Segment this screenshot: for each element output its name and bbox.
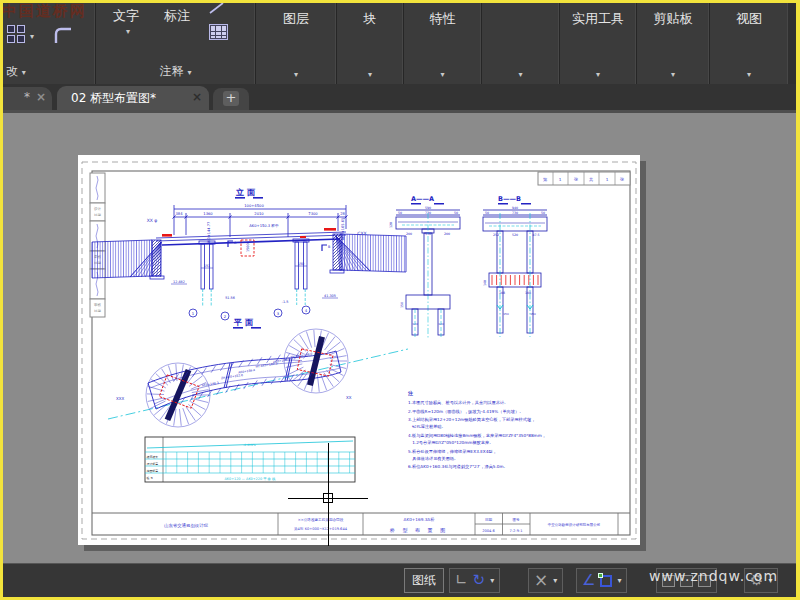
ortho-polar-group: ∟ ↻ ▾ <box>449 568 500 593</box>
ribbon-panel-layers[interactable]: 图层 ▾ <box>256 0 337 84</box>
group-panel-arrow[interactable]: ▾ <box>482 70 559 79</box>
osnap-toggle-dropdown-icon[interactable]: ▾ <box>553 576 557 585</box>
svg-text:桩 号: 桩 号 <box>146 476 154 480</box>
svg-text:7-2-9-1: 7-2-9-1 <box>509 529 522 533</box>
site-watermark-bottom: www.zndqw.com <box>649 568 778 584</box>
svg-text:AK0+148.3: AK0+148.3 <box>202 381 220 388</box>
fillet-icon[interactable] <box>52 24 74 46</box>
tab-previous-drawing[interactable]: * × <box>0 87 52 110</box>
svg-text:590: 590 <box>425 206 431 210</box>
svg-text:100+4500: 100+4500 <box>244 204 264 208</box>
plot-margin <box>82 162 636 539</box>
ribbon-panel-block[interactable]: 块 ▾ <box>337 0 404 84</box>
clipboard-panel-arrow[interactable]: ▾ <box>637 70 709 79</box>
svg-text:6.桥位AK0+160.3处与河道斜交7°27′，净高5.0: 6.桥位AK0+160.3处与河道斜交7°27′，净高5.0m。 <box>408 464 508 470</box>
dimension-button[interactable]: 标注 <box>164 7 190 25</box>
sheet-number-strip: 第1 张共 1张 <box>538 172 630 185</box>
svg-text:第4标 K0+000~K12+019.644: 第4标 K0+000~K12+019.644 <box>294 527 348 531</box>
object-snap-icon[interactable] <box>600 575 612 587</box>
ribbon-panel-view[interactable]: 视图 ▾ <box>710 0 788 84</box>
svg-text:第: 第 <box>543 177 547 182</box>
svg-text:立 面: 立 面 <box>235 188 256 197</box>
svg-text:坡度坡长: 坡度坡长 <box>146 455 159 459</box>
frame-border-top <box>0 0 800 3</box>
plus-icon[interactable]: + <box>223 91 239 106</box>
svg-text:B——B: B——B <box>498 195 521 203</box>
svg-text:1.2号台采用GYZ°050*120mm橡胶支座。: 1.2号台采用GYZ°050*120mm橡胶支座。 <box>408 440 493 445</box>
paper-sheet: 设计日期 复核日期 审核日期 第1 张共 1张 <box>78 155 640 545</box>
svg-text:XXX: XXX <box>116 396 124 401</box>
svg-text:12.482: 12.482 <box>173 280 185 284</box>
ribbon-panel-utilities[interactable]: 实用工具 ▾ <box>560 0 637 84</box>
svg-text:50: 50 <box>398 211 402 215</box>
snap-marker-dot <box>598 573 603 578</box>
svg-text:41.305: 41.305 <box>324 294 336 298</box>
svg-text:384: 384 <box>175 212 183 216</box>
ortho-icon[interactable]: ∟ <box>455 573 468 588</box>
modify-panel-label[interactable]: 改 ▾ <box>6 63 26 80</box>
ribbon-panel-group[interactable]: ▾ <box>482 0 560 84</box>
svg-text:51.56: 51.56 <box>225 296 235 300</box>
polar-tracking-icon[interactable]: ↻ <box>473 573 486 588</box>
svg-text:4.板与盖梁间用D80锚栓连接8mm钢板，支座采用GYZF4: 4.板与盖梁间用D80锚栓连接8mm钢板，支座采用GYZF4°350*88mm， <box>408 433 546 439</box>
svg-text:-4.419%: -4.419% <box>243 443 256 447</box>
properties-panel-arrow[interactable]: ▾ <box>404 70 481 79</box>
file-tab-bar: * × 02 桥型布置图* × + <box>0 84 800 110</box>
utilities-panel-arrow[interactable]: ▾ <box>560 70 636 79</box>
svg-text:图号: 图号 <box>512 518 520 522</box>
polar-dropdown-icon[interactable]: ▾ <box>490 576 494 585</box>
text-dropdown-icon[interactable]: ▾ <box>126 27 130 36</box>
svg-text:1: 1 <box>559 177 562 182</box>
svg-text:XX: XX <box>346 395 352 400</box>
elevation-view: 立 面 100+4500 384 1360 2010 7300 28 <box>92 188 406 329</box>
title-block: 山东省交通规划设计院 ××公路改建工程第四合同段 第4标 K0+000~K12+… <box>92 513 630 535</box>
array-dropdown-icon[interactable]: ▾ <box>30 32 34 41</box>
frame-border-left <box>0 0 3 600</box>
block-panel-arrow[interactable]: ▾ <box>337 70 403 79</box>
svg-text:200: 200 <box>406 232 412 236</box>
layers-panel-arrow[interactable]: ▾ <box>256 70 336 79</box>
svg-text:940: 940 <box>512 206 518 210</box>
svg-text:50: 50 <box>454 211 458 215</box>
leader-icon[interactable] <box>208 1 226 15</box>
svg-text:151: 151 <box>204 264 210 268</box>
svg-text:47.5: 47.5 <box>532 233 539 237</box>
svg-text:1.本图尺寸除标高、桩号以米计外，其余均以厘米计。: 1.本图尺寸除标高、桩号以米计外，其余均以厘米计。 <box>408 400 508 406</box>
svg-text:1: 1 <box>606 177 609 182</box>
object-snap-group: ∠ ▾ <box>576 568 627 593</box>
close-tab-icon[interactable]: × <box>36 90 46 104</box>
ribbon: ▾ 改 ▾ 文字 ▾ 标注 注释 ▾ 图层 ▾ 块 ▾ 特性 ▾ ▾ <box>0 0 800 84</box>
drawing-canvas[interactable]: 设计日期 复核日期 审核日期 第1 张共 1张 <box>0 113 800 563</box>
svg-text:审核: 审核 <box>94 303 101 307</box>
tab-bridge-layout[interactable]: 02 桥型布置图* × <box>57 86 209 110</box>
app-window: ▾ 改 ▾ 文字 ▾ 标注 注释 ▾ 图层 ▾ 块 ▾ 特性 ▾ ▾ <box>0 0 800 600</box>
ribbon-panel-properties[interactable]: 特性 ▾ <box>404 0 482 84</box>
close-tab-icon[interactable]: × <box>192 90 202 104</box>
svg-text:50: 50 <box>541 211 545 215</box>
view-panel-arrow[interactable]: ▾ <box>710 70 788 79</box>
svg-text:AK0+150.3 桥中: AK0+150.3 桥中 <box>249 223 279 228</box>
new-tab-button[interactable]: + <box>213 88 249 110</box>
array-icon[interactable] <box>7 25 26 44</box>
svg-text:7300: 7300 <box>308 212 318 216</box>
profile-table: -4.419% 坡度坡长 设计标高 地面标高 桩 号 AK0+120 — AK0… <box>145 437 355 482</box>
svg-text:1360: 1360 <box>203 212 213 216</box>
text-button[interactable]: 文字 <box>113 7 139 25</box>
svg-text:AK0+169.3A桥: AK0+169.3A桥 <box>404 517 436 522</box>
svg-text:50: 50 <box>485 211 489 215</box>
table-icon[interactable] <box>209 24 228 40</box>
svg-text:150: 150 <box>298 262 304 266</box>
object-snap-dropdown-icon[interactable]: ▾ <box>617 576 621 585</box>
svg-text:注: 注 <box>407 390 413 396</box>
svg-text:中交公路勘察设计研究院有限公司: 中交公路勘察设计研究院有限公司 <box>548 522 601 527</box>
bridge-drawing: 设计日期 复核日期 审核日期 第1 张共 1张 <box>78 155 640 545</box>
ribbon-panel-clipboard[interactable]: 剪贴板 ▾ <box>637 0 710 84</box>
angle-override-icon[interactable]: ∠ <box>582 573 595 588</box>
annotation-panel-label[interactable]: 注释 ▾ <box>96 63 255 80</box>
svg-text:钻孔灌注桩基础。: 钻孔灌注桩基础。 <box>408 424 446 429</box>
osnap-toggle-icon[interactable]: × <box>534 572 548 589</box>
svg-text:28: 28 <box>340 212 345 216</box>
section-views: A——A B——B 590 5073050 200530200 128 150 … <box>389 195 547 339</box>
paper-space-button[interactable]: 图纸 <box>404 568 444 593</box>
svg-text:A——A: A——A <box>411 195 434 203</box>
